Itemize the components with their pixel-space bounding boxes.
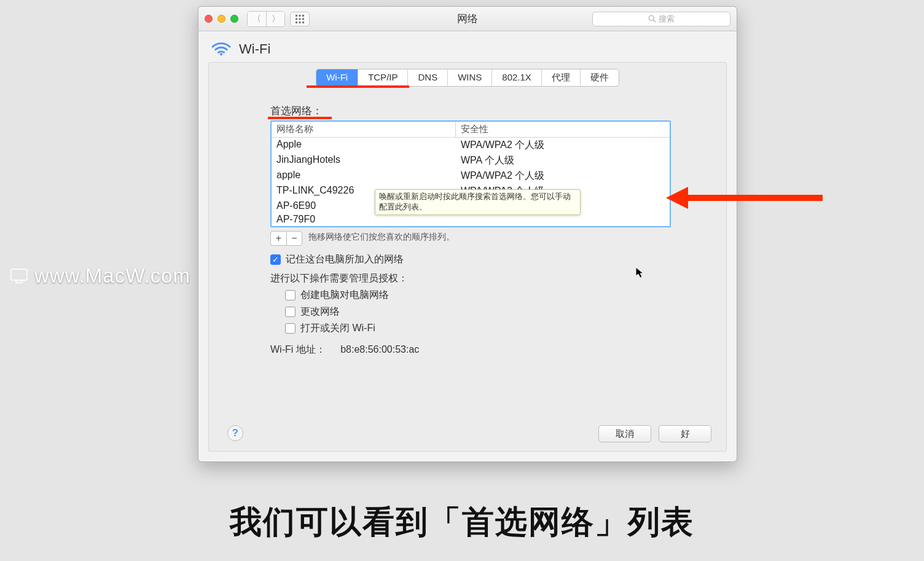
nav-buttons: 〈 〉 xyxy=(247,11,285,27)
svg-rect-2 xyxy=(302,15,304,17)
annotation-underline xyxy=(268,117,332,119)
tab-dns[interactable]: DNS xyxy=(408,69,448,86)
tooltip: 唤醒或重新启动时按此顺序搜索首选网络。您可以手动配置此列表。 xyxy=(375,189,581,215)
help-icon: ? xyxy=(232,428,238,439)
wifi-address-label: Wi-Fi 地址： xyxy=(270,344,326,355)
svg-rect-5 xyxy=(302,18,304,20)
svg-rect-7 xyxy=(299,22,301,23)
tab-tcpip[interactable]: TCP/IP xyxy=(358,69,408,86)
cancel-button[interactable]: 取消 xyxy=(598,425,651,442)
forward-button[interactable]: 〉 xyxy=(266,12,284,26)
search-placeholder: 搜索 xyxy=(659,14,675,25)
tab-8021x[interactable]: 802.1X xyxy=(492,69,542,86)
network-security: WPA/WPA2 个人级 xyxy=(456,138,670,153)
network-security: WPA/WPA2 个人级 xyxy=(456,168,670,184)
table-row[interactable]: JinJiangHotelsWPA 个人级 xyxy=(272,153,670,168)
search-input[interactable]: 搜索 xyxy=(592,12,730,26)
admin-list: 创建电脑对电脑网络更改网络打开或关闭 Wi-Fi xyxy=(285,289,671,335)
traffic-lights xyxy=(205,15,238,23)
help-button[interactable]: ? xyxy=(227,425,243,441)
admin-checkbox[interactable] xyxy=(285,323,296,334)
page-title: Wi-Fi xyxy=(239,41,270,57)
watermark: www.MacW.com xyxy=(10,264,190,288)
tab-[interactable]: 代理 xyxy=(542,69,581,86)
zoom-button[interactable] xyxy=(230,15,238,23)
reorder-hint: 拖移网络使它们按您喜欢的顺序排列。 xyxy=(308,229,455,244)
svg-line-10 xyxy=(654,20,656,23)
svg-rect-12 xyxy=(11,269,27,280)
watermark-icon xyxy=(10,267,28,285)
svg-rect-6 xyxy=(296,22,297,23)
header-row: Wi-Fi xyxy=(198,31,737,62)
back-button[interactable]: 〈 xyxy=(248,12,266,26)
admin-checkbox[interactable] xyxy=(285,290,296,300)
tab-wifi[interactable]: Wi-Fi xyxy=(316,69,358,86)
remember-networks-checkbox[interactable] xyxy=(270,254,281,265)
network-name: JinJiangHotels xyxy=(272,153,456,168)
add-remove-buttons: + − xyxy=(270,231,302,246)
plus-icon: + xyxy=(276,233,281,243)
network-security: WPA 个人级 xyxy=(456,153,670,168)
ok-button[interactable]: 好 xyxy=(659,425,711,442)
tab-[interactable]: 硬件 xyxy=(581,69,619,86)
svg-point-9 xyxy=(649,15,654,20)
remember-networks-row: 记住这台电脑所加入的网络 xyxy=(270,253,671,266)
minimize-button[interactable] xyxy=(217,15,225,23)
remove-network-button[interactable]: − xyxy=(286,231,302,246)
table-row[interactable]: appleWPA/WPA2 个人级 xyxy=(272,168,670,184)
minus-icon: − xyxy=(291,233,297,243)
admin-option-label: 打开或关闭 Wi-Fi xyxy=(300,322,375,335)
footer-buttons: 取消 好 xyxy=(598,425,711,442)
admin-checkbox[interactable] xyxy=(285,307,296,317)
column-network-name[interactable]: 网络名称 xyxy=(272,122,456,137)
network-preferences-window: 〈 〉 网络 搜索 Wi-Fi Wi-FiTCP/IPDNSWINS802.1X… xyxy=(198,6,737,462)
chevron-left-icon: 〈 xyxy=(253,14,261,23)
admin-option-label: 创建电脑对电脑网络 xyxy=(300,289,389,302)
svg-point-11 xyxy=(220,53,222,55)
tab-wins[interactable]: WINS xyxy=(448,69,492,86)
remember-networks-label: 记住这台电脑所加入的网络 xyxy=(286,253,404,266)
svg-rect-3 xyxy=(296,18,297,20)
svg-rect-13 xyxy=(16,280,22,283)
grid-icon xyxy=(296,15,304,23)
wifi-address-value: b8:e8:56:00:53:ac xyxy=(340,344,419,355)
video-caption: 我们可以看到「首选网络」列表 xyxy=(0,501,924,544)
wifi-icon xyxy=(211,40,232,58)
network-name: apple xyxy=(272,168,456,184)
admin-option-label: 更改网络 xyxy=(300,305,340,318)
add-network-button[interactable]: + xyxy=(270,231,286,246)
show-all-button[interactable] xyxy=(290,12,310,26)
svg-rect-4 xyxy=(299,18,301,20)
annotation-arrow xyxy=(666,186,826,222)
svg-rect-0 xyxy=(296,15,297,17)
svg-rect-1 xyxy=(299,15,301,17)
tab-bar: Wi-FiTCP/IPDNSWINS802.1X代理硬件 xyxy=(316,69,619,87)
admin-label: 进行以下操作需要管理员授权： xyxy=(270,272,671,285)
table-header: 网络名称 安全性 xyxy=(272,122,670,138)
close-button[interactable] xyxy=(205,15,213,23)
chevron-right-icon: 〉 xyxy=(272,14,280,23)
content-pane: Wi-FiTCP/IPDNSWINS802.1X代理硬件 首选网络： 网络名称 … xyxy=(208,62,727,452)
svg-marker-15 xyxy=(666,187,688,209)
svg-rect-8 xyxy=(302,22,304,23)
admin-option: 更改网络 xyxy=(285,305,671,318)
search-icon xyxy=(648,15,656,23)
titlebar: 〈 〉 网络 搜索 xyxy=(198,7,737,31)
admin-option: 创建电脑对电脑网络 xyxy=(285,289,671,302)
table-row[interactable]: AppleWPA/WPA2 个人级 xyxy=(272,138,670,153)
admin-option: 打开或关闭 Wi-Fi xyxy=(285,322,671,335)
preferred-networks-label: 首选网络： xyxy=(270,104,671,118)
network-name: Apple xyxy=(272,138,456,153)
wifi-address-row: Wi-Fi 地址： b8:e8:56:00:53:ac xyxy=(270,343,671,356)
column-security[interactable]: 安全性 xyxy=(456,122,670,137)
